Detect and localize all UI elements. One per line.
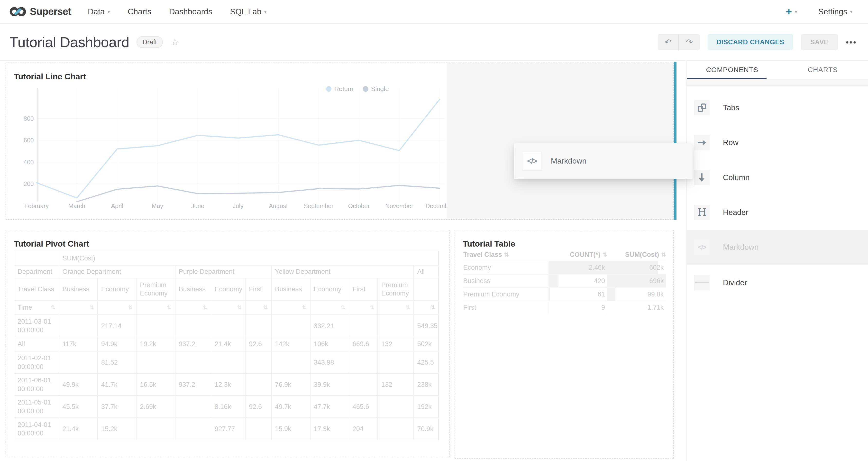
pivot-cell: 45.5k bbox=[59, 396, 98, 418]
pivot-sort-col[interactable]: ⇅ bbox=[310, 300, 349, 315]
svg-text:800: 800 bbox=[24, 115, 34, 122]
svg-text:July: July bbox=[232, 203, 244, 209]
pivot-cell: 425.5 bbox=[414, 351, 438, 373]
pivot-cell bbox=[245, 351, 271, 373]
add-new-button[interactable]: + ▾ bbox=[780, 6, 803, 17]
col-header-count[interactable]: COUNT(*)⇅ bbox=[549, 251, 607, 258]
pivot-class-label: Travel Class bbox=[14, 278, 59, 300]
pivot-cell: 17.3k bbox=[310, 418, 349, 440]
pivot-sort-col[interactable]: ⇅ bbox=[98, 300, 136, 315]
pivot-cell: 142k bbox=[271, 337, 310, 351]
pivot-cell bbox=[349, 373, 378, 396]
svg-text:September: September bbox=[304, 203, 333, 209]
svg-text:June: June bbox=[191, 203, 204, 209]
pivot-class-header bbox=[414, 278, 438, 300]
pivot-cell: 76.9k bbox=[271, 373, 310, 396]
favorite-star-icon[interactable]: ☆ bbox=[170, 37, 179, 47]
panel-item-divider[interactable]: Divider bbox=[687, 265, 868, 300]
nav-link-sql-lab[interactable]: SQL Lab▾ bbox=[221, 0, 276, 23]
pivot-cell: 37.7k bbox=[98, 396, 136, 418]
panel-item-row[interactable]: Row bbox=[687, 125, 868, 160]
dashboard-header: Tutorial Dashboard Draft ☆ ↶ ↷ DISCARD C… bbox=[0, 24, 868, 61]
cell-count: 420 bbox=[549, 275, 607, 287]
redo-button[interactable]: ↷ bbox=[679, 34, 700, 51]
nav-link-dashboards[interactable]: Dashboards bbox=[160, 0, 221, 23]
superset-logo[interactable]: Superset bbox=[0, 6, 79, 18]
pivot-cell bbox=[245, 418, 271, 440]
svg-text:August: August bbox=[269, 203, 288, 209]
pivot-cell bbox=[211, 351, 245, 373]
pivot-sort-col[interactable]: ⇅ bbox=[211, 300, 245, 315]
tab-components[interactable]: COMPONENTS bbox=[687, 61, 777, 79]
sort-icon: ⇅ bbox=[263, 304, 268, 311]
panel-item-markdown[interactable]: </>Markdown bbox=[687, 230, 868, 265]
tab-charts[interactable]: CHARTS bbox=[777, 61, 868, 79]
builder-side-panel: COMPONENTS CHARTS TabsRowColumnHHeader</… bbox=[686, 61, 868, 461]
table-chart-card[interactable]: Tutorial Table Travel Class⇅ COUNT(*)⇅ S… bbox=[455, 230, 674, 459]
panel-item-header[interactable]: HHeader bbox=[687, 195, 868, 230]
pivot-group-header: Yellow Department bbox=[271, 265, 414, 278]
settings-menu[interactable]: Settings ▾ bbox=[803, 7, 858, 16]
pivot-cell bbox=[59, 315, 98, 337]
svg-text:March: March bbox=[68, 203, 85, 209]
legend-item-single[interactable]: Single bbox=[363, 85, 389, 93]
ellipsis-menu-icon[interactable]: ••• bbox=[846, 37, 857, 47]
pivot-sort-col[interactable]: ⇅ bbox=[59, 300, 98, 315]
pivot-sort-col[interactable]: ⇅ bbox=[414, 300, 438, 315]
legend-dot-icon bbox=[326, 86, 332, 92]
pivot-cell bbox=[245, 373, 271, 396]
drag-ghost-markdown[interactable]: </> Markdown bbox=[514, 143, 692, 179]
pivot-row-label: All bbox=[14, 337, 59, 351]
sort-icon: ⇅ bbox=[203, 304, 208, 311]
pivot-cell: 49.7k bbox=[271, 396, 310, 418]
sort-icon: ⇅ bbox=[341, 304, 345, 311]
panel-item-column[interactable]: Column bbox=[687, 160, 868, 195]
panel-item-label: Markdown bbox=[723, 243, 759, 252]
legend-item-return[interactable]: Return bbox=[326, 85, 353, 93]
draft-badge: Draft bbox=[136, 36, 163, 48]
dashboard-row-line-chart[interactable]: Tutorial Line Chart ReturnSingle 2004006… bbox=[6, 63, 674, 220]
line-chart-card[interactable]: Tutorial Line Chart ReturnSingle 2004006… bbox=[6, 63, 447, 219]
pivot-cell: 937.2 bbox=[175, 373, 211, 396]
panel-item-tabs[interactable]: Tabs bbox=[687, 90, 868, 125]
pivot-cell: 204 bbox=[349, 418, 378, 440]
svg-text:600: 600 bbox=[24, 137, 34, 144]
sort-icon: ⇅ bbox=[128, 304, 133, 311]
save-button[interactable]: SAVE bbox=[801, 34, 838, 51]
pivot-cell: 465.6 bbox=[349, 396, 378, 418]
sort-caret-icon: ⇅ bbox=[504, 251, 509, 258]
pivot-class-header: Premium Economy bbox=[378, 278, 414, 300]
pivot-cell bbox=[378, 315, 414, 337]
pivot-sort-col[interactable]: ⇅ bbox=[271, 300, 310, 315]
pivot-cell: 549.35 bbox=[414, 315, 438, 337]
cell-count: 2.46k bbox=[549, 261, 607, 274]
page-title: Tutorial Dashboard bbox=[9, 34, 129, 51]
undo-button[interactable]: ↶ bbox=[658, 34, 679, 51]
cell-sum: 99.8k bbox=[607, 288, 666, 301]
pivot-sort-col[interactable]: ⇅ bbox=[136, 300, 175, 315]
pivot-chart-card[interactable]: Tutorial Pivot Chart SUM(Cost)Department… bbox=[6, 230, 450, 457]
pivot-sort-col[interactable]: ⇅ bbox=[349, 300, 378, 315]
pivot-cell bbox=[136, 418, 175, 440]
cell-sum: 602k bbox=[607, 261, 666, 274]
pivot-sort-time[interactable]: Time⇅ bbox=[14, 300, 59, 315]
pivot-cell: 2.69k bbox=[136, 396, 175, 418]
chart-title: Tutorial Table bbox=[463, 239, 515, 248]
col-header-travel-class[interactable]: Travel Class⇅ bbox=[463, 251, 549, 258]
pivot-cell bbox=[59, 351, 98, 373]
pivot-sort-col[interactable]: ⇅ bbox=[175, 300, 211, 315]
discard-changes-button[interactable]: DISCARD CHANGES bbox=[708, 34, 793, 51]
svg-text:December: December bbox=[425, 203, 447, 209]
pivot-cell: 132 bbox=[378, 373, 414, 396]
undo-icon: ↶ bbox=[664, 37, 672, 47]
nav-link-data[interactable]: Data▾ bbox=[79, 0, 119, 23]
col-header-sum[interactable]: SUM(Cost)⇅ bbox=[607, 251, 666, 258]
sort-icon: ⇅ bbox=[237, 304, 242, 311]
pivot-cell: 927.77 bbox=[211, 418, 245, 440]
nav-link-charts[interactable]: Charts bbox=[119, 0, 160, 23]
chevron-down-icon: ▾ bbox=[850, 9, 852, 14]
pivot-sort-col[interactable]: ⇅ bbox=[245, 300, 271, 315]
sort-icon: ⇅ bbox=[89, 304, 94, 311]
plus-icon: + bbox=[786, 6, 792, 17]
pivot-sort-col[interactable]: ⇅ bbox=[378, 300, 414, 315]
